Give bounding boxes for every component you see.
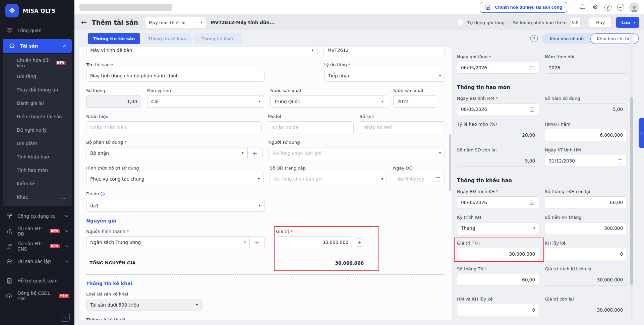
sidebar-item-asset-established[interactable]: Tài sản xác lập [0, 254, 74, 269]
side-panel-handle[interactable]: ‹ [639, 118, 644, 148]
sidebar-item-tools-supplies[interactable]: Công cụ dụng cụ [0, 208, 74, 223]
wear-end-date-input[interactable]: 31/12/2030 [545, 155, 627, 167]
auto-record-checkbox[interactable] [458, 20, 463, 25]
calendar-icon[interactable] [435, 176, 441, 182]
sidebar-subitem-depreciation-calc[interactable]: Tính khấu hao [3, 150, 72, 164]
tkh-value-input[interactable] [457, 248, 539, 260]
sidebar-item-overview[interactable]: Tổng quan [0, 23, 74, 38]
sidebar-item-asset-htdb[interactable]: Tài sản HT-ĐB NEW [0, 223, 74, 239]
project-select[interactable]: da1 ▾ [86, 200, 265, 212]
divider [585, 19, 585, 26]
caret-down-icon: ▾ [259, 204, 260, 207]
remaining-years-input [457, 155, 539, 167]
quick-declare-option[interactable]: Khai báo nhanh [543, 36, 591, 41]
user-select[interactable]: Vui lòng chọn bản ghi ▾ [269, 147, 445, 159]
annual-wear-amount-input[interactable] [545, 129, 627, 141]
declared-asset-type-select[interactable]: Tài sản dưới 500 triệu ▾ [86, 299, 202, 311]
tab-asset-info[interactable]: Thông tin tài sản [88, 33, 140, 44]
sidebar-item-sync-csdl-tsc[interactable]: Đồng bộ CSDL TSC NEW [0, 288, 74, 303]
accumulated-depr-input[interactable] [545, 248, 627, 260]
value-input[interactable] [276, 236, 352, 248]
sidebar-subitem-wear-calc[interactable]: Tính hao mòn [3, 164, 72, 177]
cancel-button[interactable]: Hủy [589, 17, 612, 28]
page-title: Thêm tài sản [92, 19, 138, 26]
usage-arrangement-select[interactable]: Phục vụ công tác chung ▾ [86, 173, 264, 185]
sidebar-subitem-handling-request[interactable]: Đề nghị xử lý [3, 123, 72, 137]
using-department-select[interactable]: Bộ phận ▾ [86, 147, 248, 159]
caret-down-icon: ▾ [439, 151, 441, 155]
asset-type-select[interactable]: Máy vi tính để bàn ▾ [86, 47, 317, 56]
tracking-year-input [545, 62, 627, 74]
depr-months-input[interactable] [457, 274, 539, 286]
brand-input[interactable] [86, 121, 262, 133]
unit-select[interactable]: Cái ▾ [147, 95, 264, 108]
monthly-depr-amount-input[interactable] [545, 222, 627, 234]
tab-other-info[interactable]: Thông tin khác [194, 33, 242, 44]
add-funding-source-button[interactable]: + [250, 236, 265, 248]
add-value-row-button[interactable]: + [356, 238, 363, 247]
paint-roller-icon [6, 213, 13, 219]
normalize-public-asset-button[interactable]: Chuẩn hóa dữ liệu tài sản công [480, 2, 567, 13]
topbar-divider [573, 4, 573, 11]
calendar-icon[interactable] [529, 65, 535, 71]
calendar-icon[interactable] [617, 158, 623, 164]
chevron-up-icon [62, 44, 67, 48]
asset-category-select[interactable]: Máy móc thiết bị ▾ [145, 17, 206, 28]
asset-code-input[interactable] [324, 47, 445, 56]
model-input[interactable] [268, 121, 353, 133]
funding-source-select[interactable]: Ngân sách Trung ương ▾ [86, 236, 250, 248]
decision-date-input[interactable]: dd/MM/yyyy [393, 173, 445, 185]
chevron-down-icon [64, 214, 69, 218]
avatar[interactable] [629, 2, 639, 12]
logo-row[interactable]: MISA QLTS [0, 0, 74, 22]
calendar-icon[interactable] [529, 107, 535, 112]
sidebar-subitem-record-decrease[interactable]: Ghi giảm [3, 137, 72, 150]
sidebar-subitem-change-info[interactable]: Thay đổi thông tin [3, 83, 72, 96]
sidebar-item-assets[interactable]: Tài sản [3, 39, 72, 53]
save-button[interactable]: Lưu ▾ [616, 17, 639, 28]
bell-icon[interactable] [578, 3, 586, 11]
asset-name-input[interactable] [86, 70, 265, 82]
sidebar-item-settlement-support[interactable]: Hỗ trợ quyết toán [0, 273, 74, 288]
sidebar-item-asset-htcns[interactable]: Tài sản HT-CNS NEW [0, 239, 74, 254]
sidebar-subitem-inventory[interactable]: Kiểm kê [3, 177, 72, 190]
sidebar-subitem-other[interactable]: Khác ... [3, 190, 72, 204]
sidebar-collapse-button[interactable]: ‹ [61, 313, 70, 322]
country-select[interactable]: Trung Quốc ▾ [270, 95, 387, 108]
calendar-icon[interactable] [529, 200, 535, 205]
clone-count-input[interactable] [571, 17, 581, 27]
wear-start-date-input[interactable]: 06/05/2026 [457, 103, 539, 115]
wear-rate-input [457, 129, 539, 141]
divider [509, 19, 509, 26]
app-logo-icon [5, 4, 19, 17]
decision-number-select[interactable]: Vui lòng chọn bản ghi ▾ [270, 173, 387, 185]
panel-divider [457, 291, 633, 291]
sidebar-subitem-revaluation[interactable]: Đánh giá lại [3, 96, 72, 110]
sidebar-subitem-transfer-asset[interactable]: Điều chuyển tài sản [3, 110, 72, 123]
serial-input[interactable] [360, 121, 445, 133]
help-circle-icon[interactable]: ? [530, 35, 538, 42]
gear-icon[interactable] [591, 3, 599, 11]
dotted-divider [86, 274, 445, 275]
caret-down-icon: ▾ [244, 241, 246, 244]
back-icon[interactable]: ← [81, 19, 87, 26]
asset-car-icon [9, 43, 15, 49]
add-department-button[interactable]: + [248, 147, 262, 159]
caret-down-icon: ▾ [258, 100, 260, 103]
caret-down-icon: ▾ [196, 303, 198, 307]
sidebar-subitem-record-increase[interactable]: Ghi tăng [3, 70, 72, 83]
depreciation-period-select[interactable]: Tháng ▾ [457, 222, 539, 234]
info-icon[interactable]: ⓘ [101, 191, 105, 197]
form-scrollbar-thumb[interactable] [449, 134, 451, 191]
panel-scrollbar-thumb[interactable] [630, 97, 633, 285]
increase-reason-select[interactable]: Tiếp nhận ▾ [324, 70, 445, 82]
total-wear-depr-input[interactable] [457, 304, 539, 316]
depreciation-start-date-input[interactable]: 06/05/2026 [457, 196, 539, 208]
production-year-input[interactable] [393, 95, 437, 108]
remaining-depr-months-input[interactable] [545, 196, 627, 208]
more-icon[interactable]: ⋯ [617, 3, 625, 11]
record-increase-date-input[interactable]: 06/05/2026 [457, 62, 539, 74]
tab-declaration-info[interactable]: Thông tin kê khai [143, 33, 191, 44]
sidebar-subitem-normalize-data[interactable]: Chuẩn hóa dữ liệu NEW [3, 56, 72, 70]
help-icon[interactable]: ? [604, 3, 612, 11]
